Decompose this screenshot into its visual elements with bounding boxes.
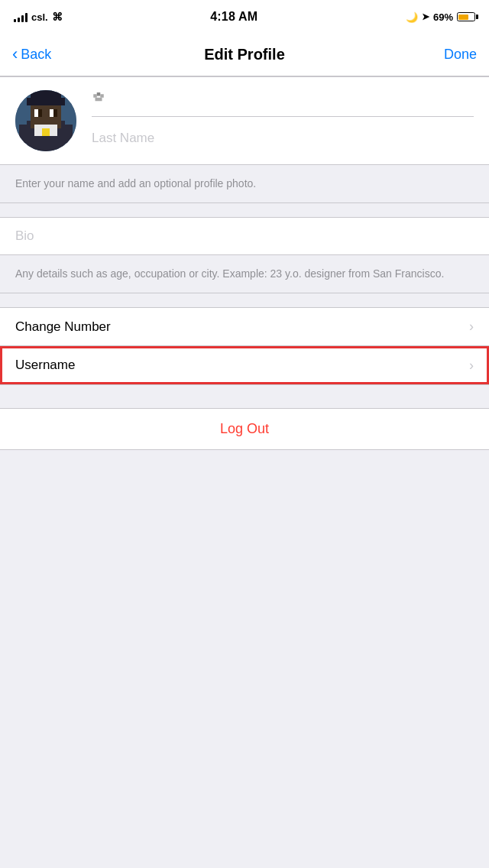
avatar[interactable]: [15, 90, 76, 151]
back-label: Back: [21, 47, 51, 63]
change-number-label: Change Number: [15, 319, 111, 335]
bottom-spacer: [0, 450, 489, 496]
svg-rect-14: [97, 92, 101, 96]
bio-placeholder: Bio: [15, 228, 34, 243]
username-label: Username: [15, 358, 75, 373]
username-row[interactable]: Username ›: [0, 346, 489, 384]
profile-section: Last Name: [0, 76, 489, 165]
svg-rect-15: [100, 94, 104, 98]
username-chevron-icon: ›: [469, 358, 474, 374]
signal-icon: [14, 11, 28, 22]
nav-bar: ‹ Back Edit Profile Done: [0, 34, 489, 76]
back-button[interactable]: ‹ Back: [12, 47, 73, 63]
svg-rect-7: [38, 109, 42, 117]
list-section: Change Number › Username ›: [0, 307, 489, 385]
last-name-placeholder: Last Name: [92, 131, 154, 146]
name-fields: Last Name: [92, 89, 474, 152]
first-name-icon: [92, 92, 105, 106]
status-bar: csl. ⌘ 4:18 AM 🌙 ➤ 69%: [0, 0, 489, 34]
carrier-label: csl.: [31, 11, 48, 23]
svg-rect-8: [53, 109, 57, 117]
name-hint: Enter your name and add an optional prof…: [0, 165, 489, 203]
svg-rect-11: [61, 125, 73, 144]
svg-rect-13: [93, 94, 97, 98]
username-right: ›: [469, 358, 474, 374]
bio-section[interactable]: Bio: [0, 217, 489, 255]
status-time: 4:18 AM: [210, 10, 257, 24]
status-left: csl. ⌘: [14, 11, 63, 23]
chevron-right-icon: ›: [469, 319, 474, 335]
logout-section: Log Out: [0, 408, 489, 450]
status-right: 🌙 ➤ 69%: [406, 11, 475, 23]
page-title: Edit Profile: [204, 46, 285, 63]
wifi-icon: ⌘: [52, 11, 63, 23]
last-name-field[interactable]: Last Name: [92, 125, 474, 152]
logout-button[interactable]: Log Out: [220, 421, 269, 437]
first-name-field[interactable]: [92, 89, 474, 117]
moon-icon: 🌙: [406, 11, 418, 23]
chevron-left-icon: ‹: [12, 46, 18, 63]
battery-pct-label: 69%: [433, 11, 453, 23]
svg-rect-4: [31, 90, 61, 102]
svg-rect-16: [96, 97, 102, 101]
svg-rect-12: [42, 128, 50, 136]
bio-hint: Any details such as age, occupation or c…: [0, 255, 489, 293]
battery-icon: [457, 12, 475, 21]
svg-rect-10: [19, 125, 31, 144]
change-number-right: ›: [469, 319, 474, 335]
done-button[interactable]: Done: [416, 47, 477, 63]
change-number-row[interactable]: Change Number ›: [0, 308, 489, 346]
location-icon: ➤: [422, 11, 429, 22]
